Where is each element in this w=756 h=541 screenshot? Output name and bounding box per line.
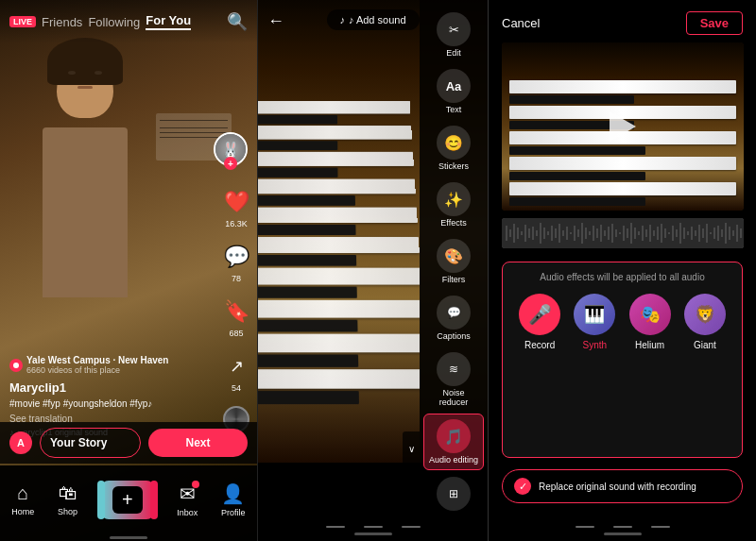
profile-label: Profile bbox=[221, 508, 246, 517]
bookmark-action[interactable]: 🔖 685 bbox=[221, 296, 251, 338]
story-bar: A Your Story Next bbox=[0, 422, 257, 464]
search-icon[interactable]: 🔍 bbox=[227, 11, 248, 32]
replace-sound-bar[interactable]: ✓ Replace original sound with recording bbox=[502, 469, 743, 503]
home-indicator-audio bbox=[604, 533, 642, 535]
captions-label: Captions bbox=[437, 331, 471, 341]
comment-count: 78 bbox=[232, 274, 241, 283]
effect-synth[interactable]: 🎹 Synth bbox=[574, 294, 615, 350]
helium-label: Helium bbox=[635, 340, 664, 350]
home-indicator-editor bbox=[354, 533, 392, 535]
nav-dash-2 bbox=[364, 526, 383, 528]
tool-noise-reducer[interactable]: ≋ Noise reducer bbox=[423, 347, 484, 412]
tool-extra[interactable]: ⊞ bbox=[423, 472, 484, 516]
like-action[interactable]: ❤️ 16.3K bbox=[221, 187, 251, 228]
location-dot-icon bbox=[9, 359, 23, 372]
giant-label: Giant bbox=[694, 340, 716, 350]
nav-dash-3 bbox=[402, 526, 421, 528]
plus-icon: + bbox=[112, 486, 143, 514]
location-sub: 6660 videos of this place bbox=[26, 365, 168, 375]
tool-stickers[interactable]: 😊 Stickers bbox=[423, 121, 484, 176]
tool-captions[interactable]: 💬 Captions bbox=[423, 291, 484, 346]
editor-panel: ♪ ♪ Add sound ← ✂ Edit Aa Text 😊 Sticker… bbox=[257, 0, 488, 541]
effect-helium[interactable]: 🎭 Helium bbox=[629, 294, 671, 350]
creator-avatar[interactable]: 🐰 + bbox=[214, 132, 248, 166]
nav-profile[interactable]: 👤 Profile bbox=[221, 482, 246, 517]
add-sound-button[interactable]: ♪ ♪ Add sound bbox=[326, 9, 419, 30]
nav-dash-a2 bbox=[613, 526, 632, 528]
effect-giant[interactable]: 🦁 Giant bbox=[684, 294, 726, 350]
record-icon: 🎤 bbox=[519, 294, 560, 335]
feed-top-nav: LIVE Friends Following For You 🔍 bbox=[0, 0, 257, 43]
bookmark-icon: 🔖 bbox=[221, 296, 251, 327]
inbox-badge-dot bbox=[192, 481, 199, 488]
tool-edit[interactable]: ✂ Edit bbox=[423, 8, 484, 62]
collapse-button[interactable]: ∨ bbox=[403, 431, 420, 465]
bottom-nav: ⌂ Home 🛍 Shop + ✉ Inbox 👤 Profile bbox=[0, 465, 257, 541]
audio-waveform bbox=[502, 218, 744, 248]
comment-icon: 💬 bbox=[221, 242, 251, 272]
nav-home[interactable]: ⌂ Home bbox=[11, 482, 34, 516]
edit-label: Edit bbox=[446, 48, 461, 58]
edit-icon: ✂ bbox=[437, 12, 471, 46]
effects-label: Effects bbox=[440, 218, 466, 228]
comment-action[interactable]: 💬 78 bbox=[221, 242, 251, 283]
save-button[interactable]: Save bbox=[686, 11, 743, 35]
editor-tools-panel: ✂ Edit Aa Text 😊 Stickers ✨ Effects 🎨 Fi… bbox=[420, 0, 488, 463]
record-label: Record bbox=[524, 340, 555, 350]
play-button[interactable] bbox=[610, 111, 636, 142]
nav-inbox[interactable]: ✉ Inbox bbox=[177, 482, 198, 517]
nav-tab-friends[interactable]: Friends bbox=[42, 15, 82, 29]
nav-tab-following[interactable]: Following bbox=[88, 15, 140, 29]
effects-row: 🎤 Record 🎹 Synth 🎭 Helium 🦁 Giant bbox=[512, 294, 732, 350]
stickers-label: Stickers bbox=[438, 161, 469, 171]
like-count: 16.3K bbox=[225, 219, 248, 228]
audio-preview-video bbox=[502, 42, 744, 211]
effect-record[interactable]: 🎤 Record bbox=[519, 294, 560, 350]
audio-header: Cancel Save bbox=[489, 0, 756, 42]
nav-shop[interactable]: 🛍 Shop bbox=[58, 482, 77, 516]
cancel-button[interactable]: Cancel bbox=[502, 16, 540, 30]
video-caption: #movie #fyp #youngsheldon #fyp♪ bbox=[9, 397, 205, 411]
shop-label: Shop bbox=[58, 507, 77, 516]
home-indicator bbox=[110, 536, 147, 539]
share-icon: ↗ bbox=[221, 351, 251, 381]
synth-label: Synth bbox=[583, 340, 608, 350]
share-action[interactable]: ↗ 54 bbox=[221, 351, 251, 393]
location-tag[interactable]: Yale West Campus · New Haven 6660 videos… bbox=[9, 355, 205, 375]
create-button[interactable]: + bbox=[101, 481, 154, 519]
captions-icon: 💬 bbox=[437, 296, 471, 330]
editor-bottom-bar bbox=[258, 513, 488, 541]
text-label: Text bbox=[446, 105, 462, 114]
audio-panel: Cancel Save bbox=[488, 0, 756, 541]
home-icon: ⌂ bbox=[17, 482, 28, 504]
tool-audio-editing[interactable]: 🎵 Audio editing bbox=[423, 414, 484, 470]
your-story-label: Your Story bbox=[50, 436, 107, 449]
next-button[interactable]: Next bbox=[148, 429, 248, 457]
tool-effects[interactable]: ✨ Effects bbox=[423, 178, 484, 232]
share-count: 54 bbox=[232, 383, 241, 393]
home-label: Home bbox=[11, 507, 34, 516]
story-avatar: A bbox=[9, 431, 32, 454]
follow-button[interactable]: + bbox=[224, 157, 237, 170]
effects-title: Audio effects will be applied to all aud… bbox=[512, 272, 732, 282]
filters-label: Filters bbox=[442, 275, 466, 284]
replace-sound-label: Replace original sound with recording bbox=[539, 482, 696, 492]
live-badge[interactable]: LIVE bbox=[9, 16, 36, 27]
nav-dash-a3 bbox=[651, 526, 670, 528]
shop-icon: 🛍 bbox=[59, 482, 77, 504]
back-button[interactable]: ← bbox=[267, 11, 284, 31]
tool-filters[interactable]: 🎨 Filters bbox=[423, 234, 484, 289]
nav-create[interactable]: + bbox=[101, 481, 154, 519]
audio-bottom-bar bbox=[489, 513, 756, 541]
check-icon: ✓ bbox=[514, 478, 531, 495]
location-name: Yale West Campus · New Haven bbox=[26, 355, 168, 365]
heart-icon: ❤️ bbox=[221, 187, 251, 217]
feed-actions: ❤️ 16.3K 💬 78 🔖 685 ↗ 54 bbox=[221, 145, 251, 432]
effects-icon: ✨ bbox=[437, 182, 471, 216]
username[interactable]: Maryclip1 bbox=[9, 380, 205, 395]
nav-tab-foryou[interactable]: For You bbox=[146, 13, 191, 30]
tool-text[interactable]: Aa Text bbox=[423, 64, 484, 119]
stickers-icon: 😊 bbox=[437, 126, 471, 160]
your-story-button[interactable]: Your Story bbox=[40, 428, 141, 458]
music-icon: ♪ bbox=[339, 14, 345, 25]
